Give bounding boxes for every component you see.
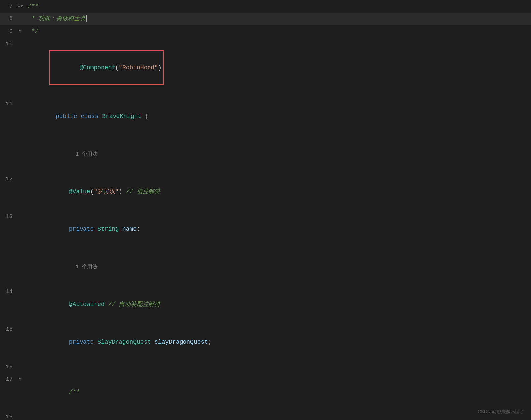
code-line-13: 13 private String name; 1 个用法 (0, 210, 531, 285)
fold-gutter-9[interactable]: ▽ (17, 25, 24, 38)
line-number-13: 13 (0, 210, 17, 223)
line-number-8: 8 (0, 13, 17, 25)
line-content-10: @Component("RobinHood") (24, 38, 531, 98)
fold-gutter-17[interactable]: ▽ (17, 373, 24, 386)
line-content-9: */ (24, 25, 531, 38)
line-content-14: @Autowired // 自动装配注解符 (24, 285, 531, 323)
line-number-10: 10 (0, 38, 17, 50)
line-number-15: 15 (0, 323, 17, 336)
line-number-18: 18 (0, 411, 17, 420)
line-content-16 (24, 361, 531, 373)
line-content-17: /** (24, 373, 531, 411)
line-content-8: * 功能：勇敢骑士类 (24, 13, 531, 25)
line-number-16: 16 (0, 361, 17, 373)
line-content-11: public class BraveKnight { 1 个用法 (24, 98, 531, 173)
line-content-15: private SlayDragonQuest slayDragonQuest; (24, 323, 531, 361)
line-number-12: 12 (0, 173, 17, 185)
line-number-14: 14 (0, 285, 17, 298)
code-line-9: 9 ▽ */ (0, 25, 531, 38)
line-number-11: 11 (0, 98, 17, 110)
code-line-7: 7 ≡ ▽ /** (0, 0, 531, 13)
code-editor: 7 ≡ ▽ /** 8 * 功能：勇敢骑士类 9 ▽ */ 10 @Compon… (0, 0, 531, 420)
code-line-17: 17 ▽ /** (0, 373, 531, 411)
line-content-7: /** (24, 0, 531, 13)
code-line-15: 15 private SlayDragonQuest slayDragonQue… (0, 323, 531, 361)
line-number-9: 9 (0, 25, 17, 38)
line-content-12: @Value("罗宾汉") // 值注解符 (24, 173, 531, 210)
annotation-box: @Component("RobinHood") (49, 50, 164, 85)
code-line-16: 16 (0, 361, 531, 373)
code-line-8: 8 * 功能：勇敢骑士类 (0, 13, 531, 25)
line-number-17: 17 (0, 373, 17, 386)
code-line-18: 18 * 勇敢骑士执行任务 (0, 411, 531, 420)
fold-gutter-7[interactable]: ≡ ▽ (17, 0, 24, 13)
line-content-13: private String name; 1 个用法 (24, 210, 531, 285)
code-line-11: 11 public class BraveKnight { 1 个用法 (0, 98, 531, 173)
watermark: CSDN @越来越不懂了 (478, 409, 524, 415)
line-number-7: 7 (0, 0, 17, 13)
code-line-14: 14 @Autowired // 自动装配注解符 (0, 285, 531, 323)
code-line-12: 12 @Value("罗宾汉") // 值注解符 (0, 173, 531, 210)
code-line-10: 10 @Component("RobinHood") (0, 38, 531, 98)
line-content-18: * 勇敢骑士执行任务 (24, 411, 531, 420)
